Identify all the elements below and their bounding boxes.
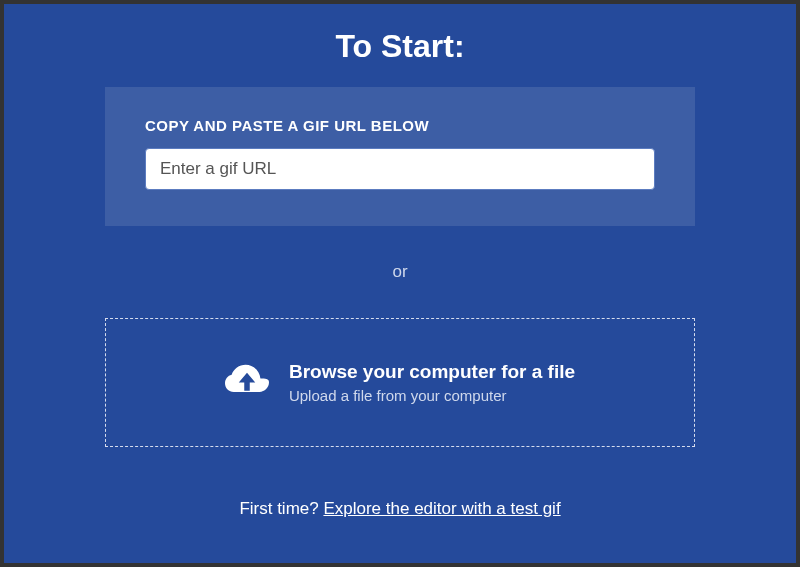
url-input-label: COPY AND PASTE A GIF URL BELOW	[145, 117, 655, 134]
gif-url-input[interactable]	[145, 148, 655, 190]
start-panel: To Start: COPY AND PASTE A GIF URL BELOW…	[4, 4, 796, 563]
upload-subtitle: Upload a file from your computer	[289, 387, 575, 404]
cloud-upload-icon	[225, 364, 269, 402]
url-input-section: COPY AND PASTE A GIF URL BELOW	[105, 87, 695, 226]
or-separator: or	[392, 262, 407, 282]
page-title: To Start:	[335, 28, 464, 65]
upload-inner: Browse your computer for a file Upload a…	[225, 361, 575, 404]
first-time-row: First time? Explore the editor with a te…	[239, 499, 560, 519]
explore-test-gif-link[interactable]: Explore the editor with a test gif	[323, 499, 560, 518]
upload-text-group: Browse your computer for a file Upload a…	[289, 361, 575, 404]
first-time-prefix: First time?	[239, 499, 323, 518]
browse-file-dropzone[interactable]: Browse your computer for a file Upload a…	[105, 318, 695, 447]
upload-title: Browse your computer for a file	[289, 361, 575, 383]
